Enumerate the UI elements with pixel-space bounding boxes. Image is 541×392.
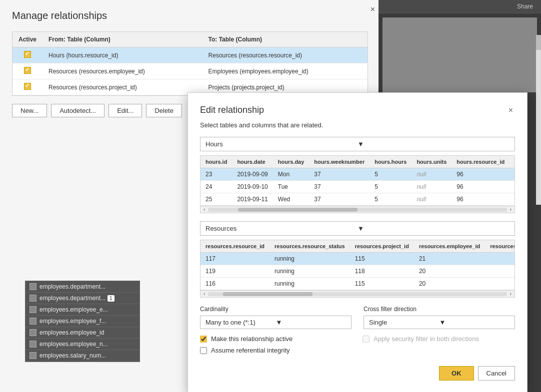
modal-close-button[interactable]: × bbox=[506, 105, 515, 115]
cell: Wed bbox=[273, 193, 310, 206]
referential-checkbox-label: Assume referential integrity bbox=[211, 347, 290, 354]
cell: 115 bbox=[350, 253, 414, 265]
cell: 5 bbox=[370, 193, 412, 206]
to-cell: Employees (employees.employee_id) bbox=[202, 63, 368, 79]
checkbox-row-referential: Assume referential integrity bbox=[200, 347, 352, 354]
scroll-left-arrow[interactable]: ‹ bbox=[202, 291, 207, 297]
cell: 20 bbox=[414, 278, 485, 290]
scroll-left-arrow[interactable]: ‹ bbox=[202, 207, 207, 212]
data-row[interactable]: 119 running 118 20 bbox=[200, 265, 514, 278]
list-item-label: employees.employee_id bbox=[40, 329, 104, 336]
cardinality-dropdown[interactable]: Many to one (*:1) ▼ bbox=[200, 316, 352, 329]
col-header: hours.units bbox=[412, 156, 452, 168]
col-to: To: Table (Column) bbox=[202, 32, 368, 47]
table2-dropdown[interactable]: Resources ▼ bbox=[200, 221, 515, 236]
to-cell: Resources (resources.resource_id) bbox=[202, 47, 368, 63]
list-item[interactable]: employees.salary_num... bbox=[26, 350, 140, 362]
cell: 37 bbox=[309, 181, 370, 193]
autodetect-button[interactable]: Autodetect... bbox=[51, 104, 104, 117]
list-item[interactable]: employees.employee_e... bbox=[26, 304, 140, 316]
list-item-label: employees.employee_f... bbox=[40, 318, 106, 325]
table2-data-wrapper: resources.resource_id resources.resource… bbox=[200, 240, 515, 298]
cell: running bbox=[270, 278, 350, 290]
table-icon bbox=[30, 295, 36, 302]
cell: 24 bbox=[200, 181, 232, 193]
cell: 37 bbox=[309, 168, 370, 181]
cell: 23 bbox=[200, 168, 232, 181]
list-item[interactable]: employees.department... bbox=[26, 281, 140, 293]
ok-button[interactable]: OK bbox=[439, 366, 474, 381]
table1-data: hours.id hours.date hours.day hours.week… bbox=[200, 156, 514, 206]
table-icon bbox=[30, 283, 36, 290]
settings-row: Cardinality Many to one (*:1) ▼ Cross fi… bbox=[200, 306, 515, 329]
table-row[interactable]: Resources (resources.employee_id) Employ… bbox=[12, 63, 368, 79]
delete-button[interactable]: Delete bbox=[146, 104, 182, 117]
cross-filter-dropdown[interactable]: Single ▼ bbox=[364, 316, 515, 329]
cell: 117 bbox=[200, 253, 270, 265]
list-item[interactable]: employees.department... 1 bbox=[26, 293, 140, 304]
cell bbox=[485, 278, 514, 290]
scroll-right-arrow[interactable]: › bbox=[508, 207, 514, 212]
share-button[interactable]: Share bbox=[513, 2, 537, 11]
edit-button[interactable]: Edit... bbox=[108, 104, 142, 117]
cell: null bbox=[412, 193, 452, 206]
new-button[interactable]: New... bbox=[12, 104, 47, 117]
referential-checkbox-input[interactable] bbox=[200, 347, 207, 354]
list-item[interactable]: employees.employee_f... bbox=[26, 316, 140, 327]
cell: 96 bbox=[452, 168, 510, 181]
col-header: hours.id bbox=[200, 156, 232, 168]
col-header: resources.resource_id bbox=[200, 240, 270, 253]
checkboxes-right: Apply security filter in both directions bbox=[362, 335, 515, 358]
list-item-label: employees.employee_e... bbox=[40, 306, 108, 313]
manage-close-button[interactable]: × bbox=[370, 5, 375, 14]
scrollbar-thumb bbox=[238, 208, 358, 212]
list-item-label: employees.salary_num... bbox=[40, 352, 106, 359]
from-cell: Resources (resources.project_id) bbox=[42, 79, 202, 95]
table1-scrollbar[interactable]: ‹ › bbox=[200, 206, 514, 213]
edit-modal: Edit relationship × Select tables and co… bbox=[188, 92, 528, 392]
data-row[interactable]: 25 2019-09-11 Wed 37 5 null 96 bbox=[200, 193, 514, 206]
table1-dropdown[interactable]: Hours ▼ bbox=[200, 137, 515, 151]
security-checkbox-input[interactable] bbox=[362, 336, 370, 343]
list-item[interactable]: employees.employee_id bbox=[26, 327, 140, 339]
cell: 2019-09-11 bbox=[232, 193, 272, 206]
col-header: resources.project_id bbox=[350, 240, 414, 253]
cell: Mon bbox=[273, 168, 310, 181]
col-header: hours.weeknumber bbox=[309, 156, 370, 168]
dropdown-arrow-icon: ▼ bbox=[276, 319, 346, 326]
active-checkbox-input[interactable] bbox=[200, 336, 207, 343]
cell: 118 bbox=[350, 265, 414, 278]
data-row[interactable]: 23 2019-09-09 Mon 37 5 null 96 bbox=[200, 168, 514, 181]
col-header: hours.resource_id bbox=[452, 156, 510, 168]
data-row[interactable]: 24 2019-09-10 Tue 37 5 null 96 bbox=[200, 181, 514, 193]
table-icon bbox=[30, 352, 36, 359]
cardinality-label: Cardinality bbox=[200, 306, 352, 313]
edit-modal-title: Edit relationship bbox=[200, 105, 264, 115]
dropdown-arrow-icon: ▼ bbox=[440, 319, 510, 326]
checkbox-row-active: Make this relationship active bbox=[200, 335, 352, 343]
cell: 5 bbox=[370, 181, 412, 193]
checkbox-row-security: Apply security filter in both directions bbox=[362, 335, 515, 343]
cell bbox=[510, 168, 514, 181]
cell bbox=[485, 253, 514, 265]
scroll-right-arrow[interactable]: › bbox=[508, 291, 514, 297]
col-header: resources.start bbox=[485, 240, 514, 253]
list-item[interactable]: employees.employee_n... bbox=[26, 339, 140, 350]
checkboxes-left: Make this relationship active Assume ref… bbox=[200, 335, 352, 358]
dropdown-arrow-icon: ▼ bbox=[358, 225, 510, 232]
cardinality-group: Cardinality Many to one (*:1) ▼ bbox=[200, 306, 352, 329]
manage-table: Active From: Table (Column) To: Table (C… bbox=[12, 31, 368, 96]
data-row[interactable]: 116 running 115 20 bbox=[200, 278, 514, 290]
table2-dropdown-value: Resources bbox=[206, 225, 358, 232]
table2-scrollbar[interactable]: ‹ › bbox=[200, 290, 514, 297]
list-item-label: employees.department... bbox=[40, 295, 106, 302]
right-scrollbar[interactable] bbox=[536, 35, 541, 205]
data-row[interactable]: 117 running 115 21 bbox=[200, 253, 514, 265]
table-row[interactable]: Hours (hours.resource_id) Resources (res… bbox=[12, 47, 368, 63]
cell: null bbox=[412, 181, 452, 193]
dropdown-arrow-icon: ▼ bbox=[358, 140, 510, 148]
cell: 115 bbox=[350, 278, 414, 290]
cancel-button[interactable]: Cancel bbox=[478, 366, 515, 381]
scrollbar-thumb bbox=[223, 292, 312, 296]
checkboxes-area: Make this relationship active Assume ref… bbox=[200, 335, 515, 358]
